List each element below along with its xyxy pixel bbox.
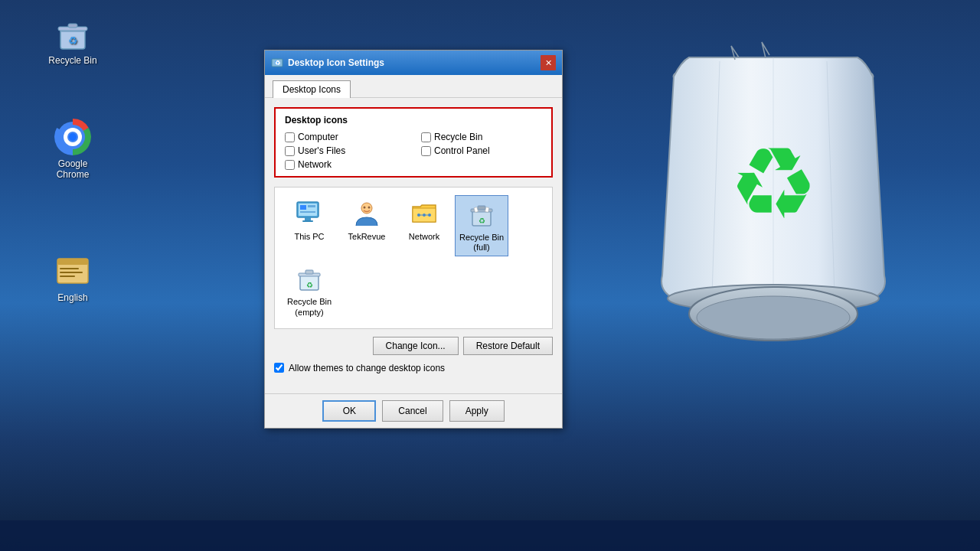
icon-preview-area: This PC T <box>274 187 553 329</box>
section-title: Desktop icons <box>285 115 542 126</box>
dialog-title-bar: ♻ Desktop Icon Settings ✕ <box>265 51 562 75</box>
computer-checkbox[interactable] <box>285 132 295 142</box>
checkboxes-grid: Computer Recycle Bin User's Files Contro… <box>285 132 542 170</box>
computer-label: Computer <box>298 132 338 142</box>
this-pc-icon <box>294 198 325 229</box>
dialog-title-text: Desktop Icon Settings <box>288 57 384 68</box>
svg-point-38 <box>417 214 420 217</box>
users-files-label: User's Files <box>298 145 345 156</box>
svg-text:♻: ♻ <box>729 128 818 240</box>
action-buttons: Change Icon... Restore Default <box>274 337 553 355</box>
dialog-title-icon: ♻ <box>271 57 283 69</box>
bottom-buttons: OK Cancel Apply <box>265 393 562 428</box>
svg-point-21 <box>697 296 850 339</box>
checkbox-control-panel[interactable]: Control Panel <box>421 145 542 156</box>
tekrevue-icon <box>351 198 382 229</box>
checkbox-computer[interactable]: Computer <box>285 132 406 142</box>
preview-recycle-full[interactable]: ♻ Recycle Bin (full) <box>455 195 508 256</box>
recycle-empty-icon: ♻ <box>294 263 325 294</box>
dialog-close-button[interactable]: ✕ <box>541 55 556 70</box>
english-label: English <box>57 292 87 303</box>
recycle-bin-checkbox[interactable] <box>421 132 431 142</box>
tab-desktop-icons[interactable]: Desktop Icons <box>273 80 351 98</box>
preview-recycle-empty[interactable]: ♻ Recycle Bin (empty) <box>283 260 336 320</box>
svg-rect-50 <box>305 270 313 274</box>
svg-rect-44 <box>478 206 485 210</box>
english-icon <box>54 253 91 289</box>
desktop-icon-english[interactable]: English <box>42 253 103 303</box>
svg-text:♻: ♻ <box>275 60 280 67</box>
network-preview-icon <box>409 198 439 229</box>
svg-text:♻: ♻ <box>479 217 485 225</box>
chrome-label: GoogleChrome <box>57 158 90 180</box>
preview-this-pc[interactable]: This PC <box>283 195 336 256</box>
desktop-icon-recycle-bin[interactable]: ♻ Recycle Bin <box>42 15 103 66</box>
svg-point-9 <box>69 133 77 141</box>
network-preview-label: Network <box>409 232 439 242</box>
network-checkbox[interactable] <box>285 160 295 170</box>
this-pc-label: This PC <box>294 232 324 242</box>
svg-point-34 <box>364 207 366 209</box>
restore-default-button[interactable]: Restore Default <box>463 337 553 355</box>
checkbox-recycle-bin[interactable]: Recycle Bin <box>421 132 542 142</box>
dialog-content: Desktop icons Computer Recycle Bin User'… <box>265 98 562 393</box>
recycle-bin-icon: ♻ <box>54 15 91 52</box>
svg-rect-46 <box>485 207 489 213</box>
checkbox-users-files[interactable]: User's Files <box>285 145 406 156</box>
svg-point-39 <box>428 214 431 217</box>
change-icon-button[interactable]: Change Icon... <box>373 337 459 355</box>
allow-themes-row[interactable]: Allow themes to change desktop icons <box>274 363 553 373</box>
chrome-icon <box>54 119 91 155</box>
svg-rect-12 <box>60 268 79 269</box>
recycle-empty-label: Recycle Bin (empty) <box>286 297 333 317</box>
dialog-container: ♻ Desktop Icon Settings ✕ Desktop Icons … <box>264 50 563 429</box>
dialog-title-left: ♻ Desktop Icon Settings <box>271 57 384 69</box>
network-label: Network <box>298 159 332 170</box>
cancel-button[interactable]: Cancel <box>382 400 443 422</box>
control-panel-label: Control Panel <box>434 145 490 156</box>
dialog-tab-bar: Desktop Icons <box>265 75 562 98</box>
preview-tekrevue[interactable]: TekRevue <box>340 195 394 256</box>
users-files-checkbox[interactable] <box>285 146 295 156</box>
svg-point-35 <box>368 207 371 209</box>
svg-text:♻: ♻ <box>306 281 313 289</box>
svg-point-37 <box>423 214 426 217</box>
preview-network[interactable]: Network <box>397 195 451 256</box>
checkbox-network[interactable]: Network <box>285 159 406 170</box>
desktop-icon-chrome[interactable]: GoogleChrome <box>42 119 103 180</box>
control-panel-checkbox[interactable] <box>421 146 431 156</box>
allow-themes-checkbox[interactable] <box>274 363 284 373</box>
desktop-icon-settings-dialog: ♻ Desktop Icon Settings ✕ Desktop Icons … <box>264 50 563 429</box>
ok-button[interactable]: OK <box>322 400 376 422</box>
allow-themes-label: Allow themes to change desktop icons <box>289 363 445 373</box>
apply-button[interactable]: Apply <box>449 400 505 422</box>
recycle-bin-label: Recycle Bin <box>48 55 96 66</box>
svg-rect-11 <box>57 259 88 265</box>
svg-rect-30 <box>300 211 315 213</box>
recycle-full-label: Recycle Bin (full) <box>459 233 505 253</box>
svg-rect-29 <box>308 205 315 207</box>
svg-rect-14 <box>60 276 75 277</box>
recycle-bin-check-label: Recycle Bin <box>434 132 482 142</box>
svg-rect-28 <box>300 205 306 210</box>
tekrevue-label: TekRevue <box>348 232 386 242</box>
svg-rect-13 <box>60 272 83 273</box>
svg-rect-31 <box>305 217 311 220</box>
svg-rect-32 <box>302 220 313 222</box>
taskbar <box>0 520 980 551</box>
svg-rect-3 <box>68 24 77 28</box>
large-recycle-bin-image: ♻ <box>612 15 934 352</box>
recycle-full-icon: ♻ <box>466 199 497 230</box>
svg-text:♻: ♻ <box>68 34 78 47</box>
desktop-icons-section: Desktop icons Computer Recycle Bin User'… <box>274 107 553 178</box>
